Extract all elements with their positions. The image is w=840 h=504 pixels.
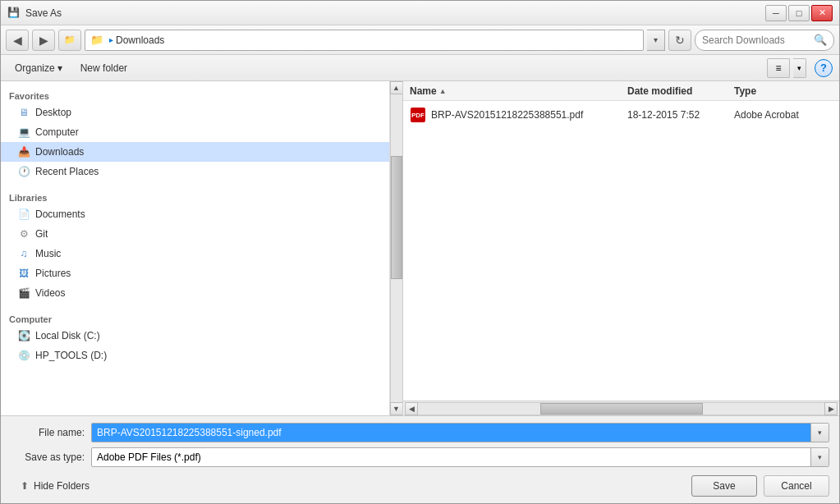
scroll-right-button[interactable]: ▶	[824, 402, 838, 415]
nav-bar: ◀ ▶ 📁 📁 ▸ Downloads ▾ ↻ 🔍	[1, 25, 839, 55]
filename-label: File name:	[11, 427, 85, 438]
scroll-up-button[interactable]: ▲	[390, 81, 403, 94]
git-icon: ⚙	[17, 227, 30, 241]
search-box[interactable]: 🔍	[695, 30, 834, 51]
sidebar-item-recent[interactable]: 🕐 Recent Places	[1, 162, 389, 181]
window-icon: 💾	[7, 7, 21, 20]
recent-icon: 🕐	[17, 165, 30, 178]
toolbar: Organize ▾ New folder ≡ ▾ ?	[1, 55, 839, 81]
desktop-icon: 🖥	[17, 106, 30, 119]
sidebar-item-desktop[interactable]: 🖥 Desktop	[1, 103, 389, 122]
filename-input[interactable]	[92, 424, 810, 442]
sort-arrow-name: ▲	[439, 87, 447, 95]
file-date-cell: 18-12-2015 7:52	[627, 109, 734, 121]
saveas-type-dropdown-button[interactable]: ▾	[810, 448, 829, 466]
pdf-file-icon: PDF	[410, 107, 426, 123]
sidebar-scrollbar[interactable]: ▲ ▼	[389, 81, 402, 415]
sidebar-hp-tools-label: HP_TOOLS (D:)	[35, 350, 107, 361]
minimize-button[interactable]: ─	[765, 5, 787, 21]
favorites-section-label: Favorites	[1, 86, 389, 103]
breadcrumb-bar[interactable]: 📁 ▸ Downloads	[85, 30, 644, 51]
saveas-type-value: Adobe PDF Files (*.pdf)	[92, 448, 810, 466]
view-button[interactable]: ≡	[767, 58, 790, 78]
sidebar-music-label: Music	[35, 248, 61, 259]
file-list-header: Name ▲ Date modified Type	[403, 81, 839, 101]
sidebar-computer-label: Computer	[35, 126, 79, 138]
sidebar-content: Favorites 🖥 Desktop 💻 Computer 📥 Downloa…	[1, 81, 389, 415]
sidebar-item-local-disk[interactable]: 💽 Local Disk (C:)	[1, 326, 389, 346]
bottom-section: File name: ▾ Save as type: Adobe PDF Fil…	[1, 415, 839, 503]
filename-row: File name: ▾	[11, 423, 829, 442]
hp-tools-icon: 💿	[17, 349, 30, 362]
saveas-type-label: Save as type:	[11, 451, 85, 463]
back-button[interactable]: ◀	[6, 30, 29, 51]
file-item[interactable]: PDF BRP-AVS20151218225388551.pdf 18-12-2…	[403, 104, 839, 126]
save-as-dialog: 💾 Save As ─ □ ✕ ◀ ▶ 📁 📁 ▸ Downloads ▾ ↻ …	[0, 0, 840, 504]
column-header-type[interactable]: Type	[734, 85, 833, 97]
save-button[interactable]: Save	[691, 475, 757, 497]
sidebar-git-label: Git	[35, 228, 48, 240]
horizontal-scrollbar[interactable]: ◀ ▶	[403, 401, 839, 415]
sidebar-panel: Favorites 🖥 Desktop 💻 Computer 📥 Downloa…	[1, 81, 403, 415]
breadcrumb-separator: ▸	[109, 35, 113, 44]
forward-button[interactable]: ▶	[32, 30, 55, 51]
local-disk-icon: 💽	[17, 329, 30, 342]
sidebar-item-videos[interactable]: 🎬 Videos	[1, 283, 389, 303]
up-button[interactable]: 📁	[58, 30, 81, 51]
sidebar-item-computer[interactable]: 💻 Computer	[1, 122, 389, 142]
sidebar-item-pictures[interactable]: 🖼 Pictures	[1, 263, 389, 283]
hide-folders-row[interactable]: ⬆ Hide Folders	[11, 477, 99, 495]
column-header-date[interactable]: Date modified	[627, 85, 734, 97]
computer-icon: 💻	[17, 126, 30, 139]
breadcrumb-icon: 📁	[90, 34, 103, 46]
saveas-type-container: Adobe PDF Files (*.pdf) ▾	[91, 447, 829, 467]
pictures-icon: 🖼	[17, 267, 30, 280]
sidebar-videos-label: Videos	[35, 287, 65, 299]
documents-icon: 📄	[17, 208, 30, 221]
scroll-left-button[interactable]: ◀	[405, 402, 418, 415]
sidebar-pictures-label: Pictures	[35, 268, 71, 279]
sidebar-item-downloads[interactable]: 📥 Downloads	[1, 142, 389, 162]
computer-section-label: Computer	[1, 309, 389, 326]
window-title: Save As	[25, 7, 765, 19]
file-list: PDF BRP-AVS20151218225388551.pdf 18-12-2…	[403, 101, 839, 401]
file-name-cell: BRP-AVS20151218225388551.pdf	[431, 109, 627, 121]
window-controls: ─ □ ✕	[765, 5, 833, 21]
sidebar-item-git[interactable]: ⚙ Git	[1, 224, 389, 244]
libraries-section-label: Libraries	[1, 188, 389, 204]
scroll-track[interactable]	[390, 94, 403, 402]
h-scroll-thumb[interactable]	[540, 403, 703, 415]
sidebar-desktop-label: Desktop	[35, 107, 71, 118]
close-button[interactable]: ✕	[811, 5, 833, 21]
file-type-cell: Adobe Acrobat	[734, 109, 833, 121]
sidebar-recent-label: Recent Places	[35, 166, 99, 177]
search-input[interactable]	[702, 34, 810, 46]
sidebar-downloads-label: Downloads	[35, 146, 84, 158]
help-button[interactable]: ?	[815, 59, 833, 77]
hide-folders-label: Hide Folders	[34, 480, 90, 492]
maximize-button[interactable]: □	[788, 5, 810, 21]
sidebar-documents-label: Documents	[35, 208, 85, 220]
cancel-button[interactable]: Cancel	[764, 475, 829, 497]
view-dropdown-button[interactable]: ▾	[793, 58, 806, 78]
h-scroll-track[interactable]	[418, 402, 824, 415]
sidebar-item-documents[interactable]: 📄 Documents	[1, 204, 389, 224]
filename-dropdown-button[interactable]: ▾	[810, 424, 829, 442]
hide-folders-icon: ⬆	[21, 480, 29, 492]
filename-input-container: ▾	[91, 423, 829, 442]
search-icon: 🔍	[814, 34, 827, 46]
column-header-name[interactable]: Name ▲	[410, 85, 627, 97]
scroll-down-button[interactable]: ▼	[390, 402, 403, 415]
action-row: ⬆ Hide Folders Save Cancel	[11, 472, 829, 497]
music-icon: ♫	[17, 247, 30, 260]
sidebar-item-hp-tools[interactable]: 💿 HP_TOOLS (D:)	[1, 346, 389, 365]
breadcrumb-dropdown-button[interactable]: ▾	[647, 30, 665, 51]
file-list-container: Name ▲ Date modified Type PDF BRP-AVS201…	[403, 81, 839, 415]
title-bar: 💾 Save As ─ □ ✕	[1, 1, 839, 25]
main-content: Favorites 🖥 Desktop 💻 Computer 📥 Downloa…	[1, 81, 839, 415]
new-folder-button[interactable]: New folder	[73, 58, 135, 78]
organize-button[interactable]: Organize ▾	[7, 58, 70, 78]
refresh-button[interactable]: ↻	[668, 30, 691, 51]
sidebar-item-music[interactable]: ♫ Music	[1, 244, 389, 263]
scroll-thumb[interactable]	[391, 156, 402, 279]
